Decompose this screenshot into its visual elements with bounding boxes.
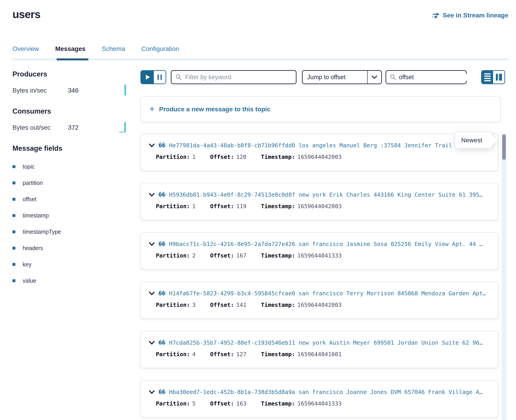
tab-schema[interactable]: Schema — [102, 45, 125, 52]
field-item-offset[interactable]: offset — [12, 196, 128, 202]
field-item-topic[interactable]: topic — [12, 163, 128, 170]
topic-page: users See in Stream lineage Overview Mes… — [0, 0, 516, 420]
timestamp-pair: Timestamp:1659644041333 — [261, 400, 342, 407]
filter-input-wrap — [171, 70, 297, 84]
timestamp-value: 1659644042003 — [297, 302, 342, 308]
tab-overview[interactable]: Overview — [12, 45, 39, 52]
timestamp-pair: Timestamp:1659644042003 — [261, 302, 342, 308]
partition-value: 1 — [192, 154, 196, 160]
message-meta: Partition:2 Offset:167 Timestamp:1659644… — [156, 252, 491, 259]
partition-value: 2 — [192, 252, 196, 259]
partition-pair: Partition:2 — [156, 252, 196, 259]
offset-value: 167 — [236, 252, 246, 259]
timestamp-value: 1659644042003 — [297, 203, 342, 210]
bullet-icon — [12, 198, 15, 201]
scrollbar-thumb[interactable] — [502, 135, 506, 160]
column-view-icon — [496, 74, 498, 81]
partition-pair: Partition:1 — [156, 203, 196, 210]
offset-value: 141 — [236, 302, 246, 308]
search-icon — [390, 74, 396, 80]
bytes-in-value: 346 — [68, 87, 79, 94]
offset-value: 120 — [236, 154, 246, 160]
message-meta: Partition:3 Offset:141 Timestamp:1659644… — [156, 302, 491, 308]
play-button[interactable] — [141, 71, 154, 83]
message-list-wrap: �� He77981da-4a43-48ab-b8f8-cb71b96ffdd0… — [140, 134, 505, 418]
bullet-icon — [12, 230, 15, 233]
message-meta: Partition:4 Offset:127 Timestamp:1659644… — [156, 351, 491, 358]
message-meta: Partition:5 Offset:163 Timestamp:1659644… — [156, 400, 491, 407]
bullet-icon — [12, 247, 15, 250]
message-text[interactable]: He77981da-4a43-48ab-b8f8-cb71b96ffdd0 lo… — [169, 142, 459, 149]
timestamp-pair: Timestamp:1659644042003 — [261, 154, 342, 160]
field-item-value[interactable]: value — [12, 278, 128, 284]
bullet-icon — [12, 181, 15, 184]
message-text[interactable]: H5936db81-b943-4e0f-8c29-74513e0c0d8f ne… — [169, 191, 483, 198]
timestamp-pair: Timestamp:1659644041001 — [261, 351, 342, 358]
chevron-down-icon[interactable] — [149, 291, 155, 296]
chevron-down-icon[interactable] — [149, 143, 155, 148]
page-title: users — [12, 8, 40, 21]
chevron-down-icon[interactable] — [149, 390, 155, 394]
message-list: �� He77981da-4a43-48ab-b8f8-cb71b96ffdd0… — [140, 134, 505, 418]
chevron-down-icon[interactable] — [149, 242, 155, 247]
produce-message-label: Produce a new message to this topic — [159, 106, 270, 113]
field-item-headers[interactable]: headers — [12, 245, 128, 251]
replacement-glyphs: �� — [159, 191, 165, 198]
message-row[interactable]: �� H14fa67fe-5823-4299-b3c4-595845cfcae0… — [140, 282, 498, 319]
bytes-in-stat: Bytes in/sec 346 — [12, 87, 128, 94]
jump-to-offset-select[interactable]: Jump to offset — [302, 70, 382, 84]
search-icon — [176, 74, 182, 80]
message-text[interactable]: H14fa67fe-5823-4299-b3c4-595845cfcae0 sa… — [169, 290, 486, 297]
play-pause-group — [140, 70, 166, 84]
partition-pair: Partition:3 — [156, 302, 196, 308]
producers-heading: Producers — [12, 70, 128, 78]
view-toggle-group — [481, 70, 505, 84]
stream-lineage-label: See in Stream lineage — [443, 12, 508, 19]
bytes-in-label: Bytes in/sec — [12, 87, 68, 94]
pause-button[interactable] — [154, 71, 166, 83]
produce-message-button[interactable]: + Produce a new message to this topic — [140, 96, 501, 122]
list-view-icon — [484, 73, 491, 75]
tab-messages[interactable]: Messages — [55, 45, 86, 52]
play-icon — [146, 75, 150, 80]
tab-underline — [12, 58, 508, 60]
message-row[interactable]: �� He77981da-4a43-48ab-b8f8-cb71b96ffdd0… — [140, 134, 498, 171]
message-row[interactable]: �� H7cda825b-35b7-4952-88ef-c193d546eb11… — [140, 331, 498, 368]
message-text[interactable]: H9bacc71c-b12c-4216-8e95-2a7da727e426 sa… — [169, 241, 483, 247]
partition-value: 5 — [192, 400, 196, 407]
scrollbar-track[interactable] — [501, 133, 507, 420]
list-view-button[interactable] — [482, 71, 493, 83]
message-text[interactable]: Hba30eed7-1edc-452b-8b1a-738d3b5d8a9a sa… — [169, 389, 483, 395]
message-fields-heading: Message fields — [12, 144, 128, 152]
offset-input[interactable] — [399, 74, 479, 81]
message-text[interactable]: H7cda825b-35b7-4952-88ef-c193d546eb11 ne… — [169, 339, 483, 346]
chevron-down-icon[interactable] — [367, 71, 381, 83]
field-item-partition[interactable]: partition — [12, 180, 128, 186]
replacement-glyphs: �� — [159, 339, 165, 346]
partition-pair: Partition:5 — [156, 400, 196, 407]
message-row[interactable]: �� Hba30eed7-1edc-452b-8b1a-738d3b5d8a9a… — [140, 380, 498, 418]
filter-input[interactable] — [185, 74, 292, 81]
message-row[interactable]: �� H5936db81-b943-4e0f-8c29-74513e0c0d8f… — [140, 183, 498, 220]
chevron-down-icon[interactable] — [149, 193, 155, 197]
offset-pair: Offset:120 — [210, 154, 247, 160]
chevron-down-icon[interactable] — [149, 341, 155, 345]
tab-configuration[interactable]: Configuration — [141, 45, 179, 52]
message-row[interactable]: �� H9bacc71c-b12c-4216-8e95-2a7da727e426… — [140, 232, 498, 270]
column-view-button[interactable] — [493, 71, 504, 83]
partition-pair: Partition:1 — [156, 154, 196, 160]
field-item-timestampType[interactable]: timestampType — [12, 229, 128, 235]
bytes-in-sparkline — [121, 84, 129, 96]
stream-lineage-link[interactable]: See in Stream lineage — [432, 12, 508, 19]
timestamp-value: 1659644042003 — [297, 154, 342, 160]
bullet-icon — [12, 263, 15, 266]
stream-lineage-icon — [432, 12, 440, 19]
field-item-timestamp[interactable]: timestamp — [12, 212, 128, 219]
field-item-key[interactable]: key — [12, 261, 128, 268]
replacement-glyphs: �� — [159, 241, 165, 247]
offset-pair: Offset:127 — [210, 351, 247, 358]
offset-pair: Offset:119 — [210, 203, 247, 210]
bullet-icon — [12, 165, 15, 168]
messages-panel: Jump to offset — [140, 70, 505, 420]
offset-value: 163 — [236, 400, 246, 407]
